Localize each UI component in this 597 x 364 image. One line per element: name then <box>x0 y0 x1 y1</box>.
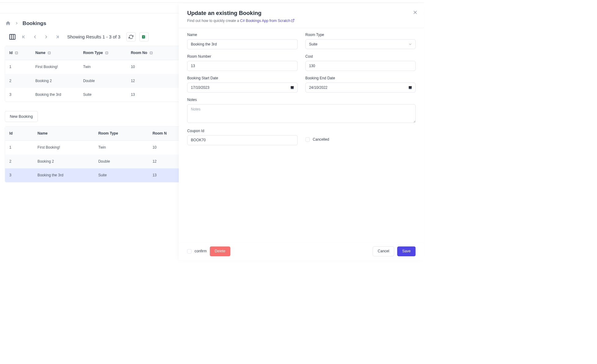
svg-line-13 <box>292 19 294 21</box>
coupon-id-label: Coupon Id <box>187 129 298 133</box>
chevron-right-icon <box>15 21 19 25</box>
end-date-field[interactable] <box>305 83 416 93</box>
drawer-title: Update an existing Booking <box>187 10 416 16</box>
col-header-room-type[interactable]: Room Type <box>94 127 148 140</box>
svg-rect-0 <box>9 34 15 39</box>
notes-field[interactable] <box>187 104 416 123</box>
svg-rect-8 <box>145 38 146 38</box>
refresh-button[interactable] <box>126 32 136 41</box>
chevron-down-icon <box>149 51 153 55</box>
home-icon[interactable] <box>5 20 11 26</box>
svg-rect-9 <box>15 52 18 54</box>
columns-icon[interactable] <box>9 33 16 41</box>
page-next-button[interactable] <box>42 33 50 41</box>
cancelled-label: Cancelled <box>313 137 329 142</box>
save-button[interactable]: Save <box>397 246 416 256</box>
room-type-select[interactable]: Suite <box>305 39 416 49</box>
cost-label: Cost <box>305 54 416 59</box>
room-number-field[interactable] <box>187 61 298 71</box>
edit-booking-drawer: Update an existing Booking Find out how … <box>179 4 424 260</box>
page-prev-button[interactable] <box>31 33 38 41</box>
col-header-name[interactable]: Name <box>31 46 79 60</box>
col-header-room-no[interactable]: Room No <box>126 46 170 60</box>
page-first-button[interactable] <box>20 33 27 41</box>
cancel-button[interactable]: Cancel <box>373 246 394 256</box>
cost-field[interactable] <box>305 61 416 71</box>
page-title: Bookings <box>23 20 46 26</box>
svg-rect-7 <box>145 37 146 37</box>
svg-rect-6 <box>145 36 146 36</box>
new-booking-button[interactable]: New Booking <box>5 111 38 122</box>
room-type-label: Room Type <box>305 33 416 37</box>
page-last-button[interactable] <box>54 33 61 41</box>
excel-icon <box>142 34 147 39</box>
chevron-down-icon <box>105 51 108 55</box>
name-label: Name <box>187 33 298 37</box>
export-excel-button[interactable] <box>140 32 149 41</box>
svg-rect-12 <box>150 52 152 54</box>
external-link-icon <box>291 19 295 22</box>
tutorial-link[interactable]: C# Bookings App from Scratch <box>240 19 295 23</box>
svg-rect-11 <box>106 52 108 54</box>
name-field[interactable] <box>187 39 298 49</box>
cancelled-checkbox[interactable] <box>305 137 309 142</box>
start-date-field[interactable] <box>187 83 298 93</box>
drawer-subtitle: Find out how to quickly create a C# Book… <box>187 19 416 23</box>
col-header-room-type[interactable]: Room Type <box>79 46 126 60</box>
coupon-id-field[interactable] <box>187 135 298 145</box>
results-text: Showing Results 1 - 3 of 3 <box>67 34 120 39</box>
start-date-label: Booking Start Date <box>187 76 298 80</box>
col-header-id[interactable]: Id <box>5 127 33 140</box>
notes-label: Notes <box>187 98 416 102</box>
col-header-name[interactable]: Name <box>33 127 94 140</box>
room-number-label: Room Number <box>187 54 298 59</box>
confirm-checkbox[interactable] <box>187 249 192 254</box>
col-header-id[interactable]: Id <box>5 46 31 60</box>
end-date-label: Booking End Date <box>305 76 416 80</box>
svg-rect-10 <box>48 52 51 54</box>
chevron-down-icon <box>48 51 51 55</box>
close-button[interactable] <box>412 10 418 16</box>
delete-button[interactable]: Delete <box>210 246 230 256</box>
confirm-label: confirm <box>195 249 207 254</box>
chevron-down-icon <box>15 51 18 55</box>
close-icon <box>412 10 418 15</box>
